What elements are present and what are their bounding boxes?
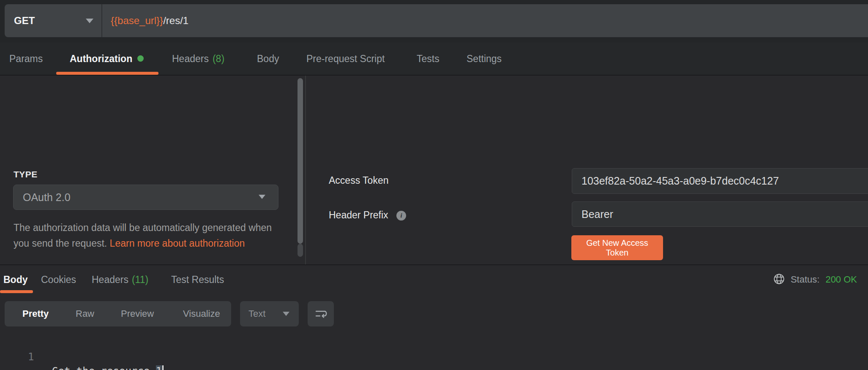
request-tabs: Params Authorization Headers(8) Body Pre… [0, 43, 868, 76]
tab-headers[interactable]: Headers(8) [172, 43, 224, 75]
response-body-text-main: Get the resource [52, 365, 156, 370]
response-tab-test-results[interactable]: Test Results [171, 266, 224, 293]
response-headers-count-badge: (11) [132, 274, 148, 285]
response-view-switcher: Pretty Raw Preview Visualize [5, 301, 231, 326]
chevron-down-icon [86, 19, 93, 23]
method-label: GET [14, 4, 35, 37]
header-prefix-label: Header Prefix [329, 209, 388, 221]
status-value: 200 OK [825, 274, 857, 285]
view-raw[interactable]: Raw [76, 301, 94, 326]
response-tab-headers-label: Headers [92, 274, 128, 285]
request-bar: GET {{base_url}}/res/1 [0, 0, 868, 43]
divider [101, 4, 102, 37]
view-visualize[interactable]: Visualize [183, 301, 220, 326]
info-icon[interactable]: i [396, 211, 406, 220]
active-tab-underline [56, 72, 158, 75]
auth-type-value: OAuth 2.0 [23, 185, 71, 209]
tab-tests[interactable]: Tests [417, 43, 439, 75]
get-new-access-token-button[interactable]: Get New Access Token [571, 235, 663, 260]
line-number: 1 [28, 350, 34, 364]
chevron-down-icon [283, 312, 289, 316]
response-tab-headers[interactable]: Headers(11) [92, 266, 148, 293]
chevron-down-icon [259, 195, 265, 199]
url-variable: {{base_url}} [111, 15, 163, 26]
access-token-label: Access Token [329, 175, 388, 186]
active-response-tab-underline [0, 290, 33, 293]
type-label: TYPE [14, 169, 38, 180]
url-input[interactable]: {{base_url}}/res/1 [111, 4, 188, 37]
text-caret [162, 365, 164, 370]
header-prefix-input[interactable]: Bearer [572, 201, 868, 227]
auth-active-dot [137, 55, 144, 62]
left-panel-scrollbar-track [298, 244, 303, 257]
learn-more-link[interactable]: Learn more about authorization [110, 238, 245, 249]
response-body-line[interactable]: 1 Get the resource 1 [0, 335, 868, 350]
tab-body[interactable]: Body [257, 43, 279, 75]
headers-count-badge: (8) [213, 53, 224, 64]
view-preview[interactable]: Preview [121, 301, 154, 326]
globe-icon[interactable] [773, 273, 785, 286]
wrap-text-icon [314, 308, 327, 319]
response-tab-body[interactable]: Body [3, 266, 28, 293]
auth-helper-text: The authorization data will be automatic… [14, 220, 280, 251]
tab-authorization-label: Authorization [70, 53, 132, 64]
left-panel-scrollbar[interactable] [298, 78, 303, 244]
tab-headers-label: Headers [172, 53, 209, 64]
access-token-input[interactable]: 103ef82a-50a2-45a3-a0e9-b7dec0c4c127 [572, 168, 868, 194]
url-path: /res/1 [163, 15, 188, 26]
method-selector[interactable]: GET [5, 4, 101, 37]
view-pretty[interactable]: Pretty [22, 301, 49, 326]
panel-divider [305, 76, 306, 264]
tab-authorization[interactable]: Authorization [70, 43, 144, 75]
auth-type-select[interactable]: OAuth 2.0 [13, 185, 278, 210]
response-section: Body Cookies Headers(11) Test Results St… [0, 266, 868, 370]
response-status-area: Status: 200 OK [773, 266, 857, 293]
tab-settings[interactable]: Settings [467, 43, 502, 75]
response-format-select[interactable]: Text [240, 301, 299, 326]
tab-prerequest-script[interactable]: Pre-request Script [306, 43, 385, 75]
authorization-editor: TYPE OAuth 2.0 The authorization data wi… [0, 76, 868, 265]
response-tab-cookies[interactable]: Cookies [41, 266, 76, 293]
status-label: Status: [791, 274, 819, 285]
wrap-text-button[interactable] [308, 301, 334, 326]
cursor-character: 1 [156, 365, 162, 370]
response-format-value: Text [248, 301, 265, 326]
response-body-text: Get the resource 1 [52, 364, 164, 370]
tab-params[interactable]: Params [9, 43, 43, 75]
url-bar: GET {{base_url}}/res/1 [5, 4, 868, 37]
postman-app: GET {{base_url}}/res/1 Params Authorizat… [0, 0, 868, 370]
